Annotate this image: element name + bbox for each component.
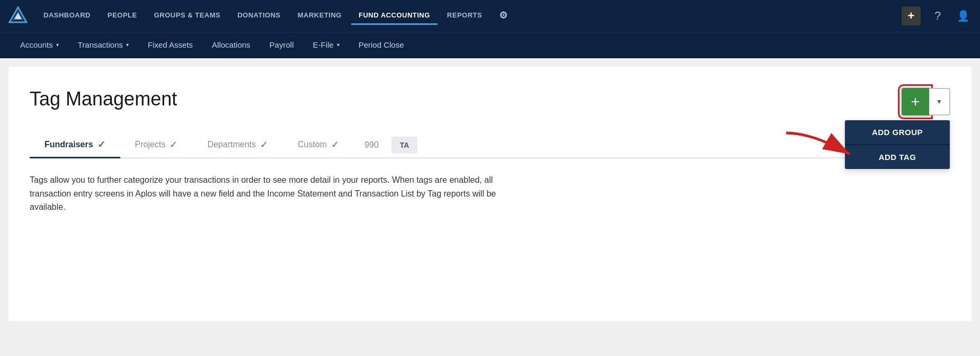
subnav-payroll-label: Payroll [270,40,294,49]
top-navigation: DASHBOARD PEOPLE GROUPS & TEAMS DONATION… [0,0,980,32]
check-icon: ✓ [331,139,339,150]
tab-ta-label: TA [400,141,409,149]
tab-custom[interactable]: Custom ✓ [283,132,354,158]
tab-projects[interactable]: Projects ✓ [120,132,193,158]
add-tag-menu-item[interactable]: ADD TAG [845,145,950,169]
nav-item-dashboard[interactable]: DASHBOARD [36,7,98,25]
check-icon: ✓ [260,139,268,150]
help-icon-button[interactable]: ? [929,7,946,24]
chevron-down-icon: ▾ [56,42,59,48]
nav-item-donations[interactable]: DONATIONS [230,7,288,25]
add-icon-button[interactable]: + [902,6,921,25]
tabs-container: Fundraisers ✓ Projects ✓ Departments ✓ C… [30,132,950,158]
nav-item-reports[interactable]: REPORTS [440,7,489,25]
subnav-fixed-assets[interactable]: Fixed Assets [138,32,202,58]
tab-custom-label: Custom [298,140,327,149]
header-actions: + ▼ ADD GROUP ADD TAG [902,88,950,115]
subnav-efile[interactable]: E-File ▾ [303,32,349,58]
description-text: Tags allow you to further categorize you… [30,173,506,214]
nav-right: + ? 👤 [902,6,972,25]
add-button[interactable]: + [902,88,929,115]
subnav-efile-label: E-File [313,40,333,49]
chevron-down-icon: ▼ [936,98,942,105]
tab-departments[interactable]: Departments ✓ [192,132,283,158]
check-icon: ✓ [170,139,177,150]
subnav-accounts-label: Accounts [20,40,53,49]
page-title: Tag Management [30,88,177,110]
subnav-transactions[interactable]: Transactions ▾ [68,32,138,58]
subnav-period-close-label: Period Close [359,40,404,49]
nav-item-marketing[interactable]: MARKETING [290,7,349,25]
dropdown-toggle-button[interactable]: ▼ [929,88,950,115]
nav-item-groups[interactable]: GROUPS & TEAMS [147,7,228,25]
tab-departments-label: Departments [207,140,256,149]
nav-item-people[interactable]: PEOPLE [100,7,145,25]
user-icon-button[interactable]: 👤 [955,7,972,24]
dropdown-menu: ADD GROUP ADD TAG [844,120,950,170]
subnav-period-close[interactable]: Period Close [349,32,414,58]
subnav-allocations-label: Allocations [212,40,251,49]
subnav-allocations[interactable]: Allocations [202,32,260,58]
tab-projects-label: Projects [135,140,166,149]
nav-item-settings[interactable]: ⚙ [492,5,515,27]
nav-item-fund-accounting[interactable]: FUND ACCOUNTING [351,7,438,25]
subnav-accounts[interactable]: Accounts ▾ [11,32,68,58]
tab-990-label: 990 [364,140,379,149]
subnav-payroll[interactable]: Payroll [260,32,304,58]
tab-ta[interactable]: TA [391,137,418,154]
sub-navigation: Accounts ▾ Transactions ▾ Fixed Assets A… [0,32,980,58]
nav-items: DASHBOARD PEOPLE GROUPS & TEAMS DONATION… [36,5,515,27]
main-content: Tag Management + ▼ ADD GROUP ADD TAG [8,67,972,321]
add-group-menu-item[interactable]: ADD GROUP [845,120,950,145]
page-header: Tag Management + ▼ ADD GROUP ADD TAG [30,88,950,115]
tab-fundraisers[interactable]: Fundraisers ✓ [30,132,120,158]
chevron-down-icon: ▾ [337,42,340,48]
chevron-down-icon: ▾ [126,42,129,48]
subnav-fixed-assets-label: Fixed Assets [148,40,193,49]
check-icon: ✓ [97,139,105,150]
tab-990[interactable]: 990 [354,134,389,156]
subnav-transactions-label: Transactions [78,40,123,49]
app-logo [8,6,28,25]
tab-fundraisers-label: Fundraisers [44,140,93,149]
nav-left: DASHBOARD PEOPLE GROUPS & TEAMS DONATION… [8,5,515,27]
